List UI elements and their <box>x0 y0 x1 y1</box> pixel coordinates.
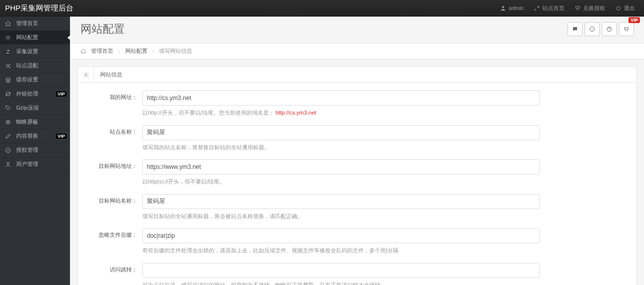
sidebar-item-label: 缓存设置 <box>16 76 38 83</box>
vip-badge: VIP <box>56 134 66 139</box>
sidebar-item-label: 授权管理 <box>16 146 38 154</box>
panel-body: 我的网址： 以http://开头，但不要以/结尾。您当前使用的域名是： http… <box>78 83 636 285</box>
user-icon <box>500 5 506 11</box>
sidebar-item-label: 用户管理 <box>16 160 38 168</box>
eye-icon <box>5 119 11 125</box>
sidebar-item-label: 采集设置 <box>16 48 38 55</box>
site-name-input[interactable] <box>142 125 540 140</box>
breadcrumb-home[interactable]: 管理首页 <box>91 47 113 55</box>
user-name: admin <box>509 0 524 17</box>
header-btn-info[interactable] <box>585 22 600 36</box>
target-url-help: 以http(s)://开头，但不要以/结尾。 <box>142 177 540 186</box>
target-name-help: 填写目标站的全站通用标题，将会被站点名称替换，请匹配正确。 <box>142 212 540 221</box>
header-btn-cart[interactable] <box>619 22 634 36</box>
redirect-label: 访问跳转： <box>87 263 142 285</box>
url-help: 以http://开头，但不要以/结尾。您当前使用的域名是： http://cs.… <box>142 109 540 118</box>
redirect-input[interactable] <box>142 263 540 278</box>
pencil-icon <box>5 133 11 139</box>
target-name-label: 目标网站名称： <box>87 194 142 221</box>
panel-title: 网站信息 <box>94 71 128 78</box>
sidebar-item-label: 内容替换 <box>16 132 38 140</box>
sidebar-item-2[interactable]: 采集设置 <box>0 45 70 59</box>
target-name-input[interactable] <box>142 194 540 209</box>
cart-icon <box>575 5 581 11</box>
site-home-link[interactable]: 站点首页 <box>529 0 570 17</box>
home-icon <box>80 48 86 54</box>
site-name-help: 填写我的站点名称，将替换目标站的全站通用标题。 <box>142 143 540 152</box>
shuffle-icon <box>5 63 11 69</box>
site-name-label: 站点名称： <box>87 125 142 152</box>
breadcrumb: 管理首页 › 网站配置 › 填写网站信息 <box>70 43 644 59</box>
target-url-label: 目标网站地址： <box>87 159 142 186</box>
info-icon <box>589 26 595 32</box>
url-label: 我的网址： <box>87 90 142 118</box>
svg-point-7 <box>85 74 87 75</box>
panel-header: 网站信息 <box>78 67 636 83</box>
home-icon <box>5 21 11 27</box>
chat-icon <box>572 26 578 32</box>
layers-icon <box>5 77 11 83</box>
exchange-link[interactable]: 兑换授权 <box>570 0 610 17</box>
breadcrumb-sep: › <box>152 48 154 54</box>
svg-point-1 <box>8 37 9 38</box>
tag-icon <box>5 105 11 111</box>
sidebar-item-0[interactable]: 管理首页 <box>0 17 70 31</box>
sidebar-item-label: 外链处理 <box>16 90 38 98</box>
main-area: 网站配置 VIP 管理首页 › 网站配置 › 填写网站信息 网站信息 我的网址： <box>70 17 644 285</box>
refresh-icon <box>5 91 11 97</box>
topbar: PHP采集网管理后台 admin 站点首页 兑换授权 退出 <box>0 0 644 17</box>
user-menu[interactable]: admin <box>495 0 529 17</box>
gear-icon-box <box>78 67 94 83</box>
sidebar-item-9[interactable]: 授权管理 <box>0 143 70 157</box>
sidebar-item-3[interactable]: 站点适配 <box>0 59 70 73</box>
header-btn-chat[interactable] <box>568 22 583 36</box>
sidebar-item-label: Gzip压缩 <box>16 104 39 112</box>
svg-point-3 <box>6 148 11 152</box>
question-icon <box>606 26 612 32</box>
panel-site-info: 网站信息 我的网址： 以http://开头，但不要以/结尾。您当前使用的域名是：… <box>77 66 637 285</box>
page-title: 网站配置 <box>80 22 125 37</box>
ext-input[interactable] <box>142 228 540 243</box>
breadcrumb-sep: › <box>118 48 120 54</box>
gear-icon <box>5 35 11 41</box>
sidebar-item-label: 管理首页 <box>16 20 38 27</box>
check-icon <box>5 147 11 153</box>
power-icon <box>615 5 621 11</box>
vip-badge: VIP <box>56 91 66 97</box>
ext-help: 有些后缀的文件处理会出错的，请添加上去，比如压缩文件、视频文件等修改会乱码的文件… <box>142 246 540 255</box>
sidebar-item-1[interactable]: 网站配置 <box>0 31 70 45</box>
svg-point-4 <box>7 162 9 164</box>
logout-link[interactable]: 退出 <box>610 0 640 17</box>
header-btn-help[interactable] <box>602 22 617 36</box>
brand-title: PHP采集网管理后台 <box>5 4 73 13</box>
sidebar-item-label: 站点适配 <box>16 62 38 69</box>
cart-icon <box>623 26 629 32</box>
sidebar: 管理首页网站配置采集设置站点适配缓存设置外链处理VIPGzip压缩蜘蛛屏蔽内容替… <box>0 17 70 285</box>
page-header: 网站配置 VIP <box>70 17 644 43</box>
sidebar-item-4[interactable]: 缓存设置 <box>0 73 70 87</box>
breadcrumb-section[interactable]: 网站配置 <box>125 47 147 55</box>
retweet-icon <box>5 49 11 55</box>
redirect-help: 可为主站引流，填写可访问的网址，留空则为不跳转。蜘蛛可正常爬取，只有正常访问时才… <box>142 281 540 285</box>
svg-point-0 <box>502 6 504 8</box>
header-actions: VIP <box>568 22 634 36</box>
share-icon <box>534 5 540 11</box>
ext-label: 忽略文件后缀： <box>87 228 142 255</box>
sidebar-item-10[interactable]: 用户管理 <box>0 157 70 171</box>
svg-point-2 <box>8 121 9 123</box>
sidebar-item-label: 网站配置 <box>16 34 38 41</box>
url-input[interactable] <box>142 90 540 106</box>
vip-badge: VIP <box>628 17 640 23</box>
user-icon <box>5 161 11 167</box>
sidebar-item-label: 蜘蛛屏蔽 <box>16 118 38 126</box>
breadcrumb-current: 填写网站信息 <box>159 47 192 55</box>
target-url-input[interactable] <box>142 159 540 174</box>
topbar-right: admin 站点首页 兑换授权 退出 <box>495 0 640 17</box>
gear-icon <box>83 72 89 78</box>
sidebar-item-5[interactable]: 外链处理VIP <box>0 87 70 101</box>
sidebar-item-8[interactable]: 内容替换VIP <box>0 129 70 143</box>
sidebar-item-7[interactable]: 蜘蛛屏蔽 <box>0 115 70 129</box>
sidebar-item-6[interactable]: Gzip压缩 <box>0 101 70 115</box>
